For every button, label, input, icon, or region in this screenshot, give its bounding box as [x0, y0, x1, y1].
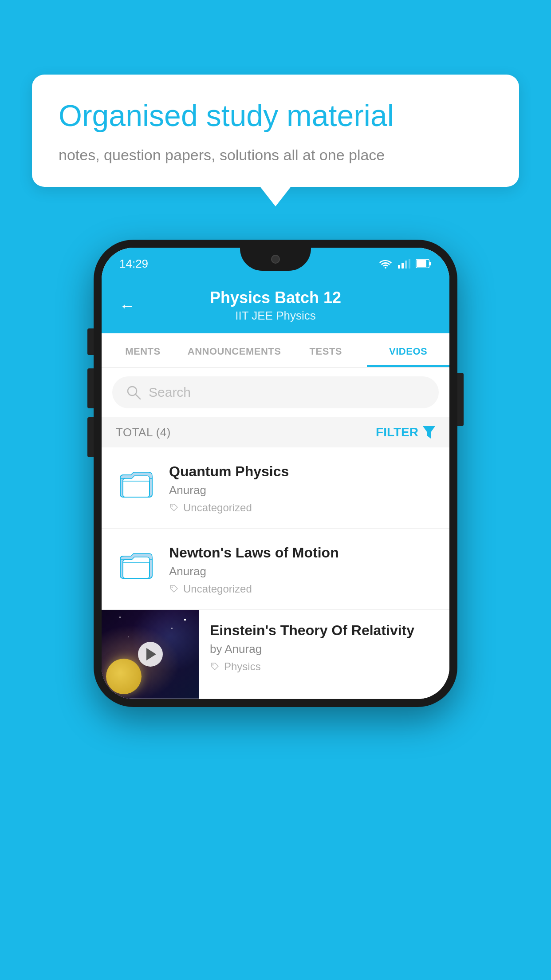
phone-mockup: 14:29 — [94, 240, 457, 707]
star1 — [184, 619, 186, 620]
list-item[interactable]: Quantum Physics Anurag Uncategorized — [102, 447, 449, 529]
svg-point-15 — [172, 587, 173, 588]
back-button[interactable]: ← — [119, 296, 135, 315]
filter-row: TOTAL (4) FILTER — [102, 417, 449, 447]
svg-rect-0 — [398, 265, 400, 269]
svg-point-7 — [128, 387, 137, 395]
video-tag-3: Physics — [210, 660, 439, 673]
svg-rect-2 — [405, 261, 407, 269]
svg-line-8 — [136, 395, 140, 399]
svg-marker-9 — [423, 426, 435, 439]
video-info-3: Einstein's Theory Of Relativity by Anura… — [199, 610, 449, 685]
status-bar: 14:29 — [102, 248, 449, 280]
star2 — [171, 628, 173, 629]
video-info-2: Newton's Laws of Motion Anurag Uncategor… — [169, 543, 437, 595]
phone-button-extra — [87, 417, 94, 457]
tag-icon — [169, 503, 179, 513]
svg-rect-5 — [429, 262, 431, 265]
phone-button-vol-up — [87, 328, 94, 355]
tab-ments[interactable]: MENTS — [102, 333, 184, 367]
speech-bubble: Organised study material notes, question… — [32, 75, 519, 187]
search-icon — [126, 384, 142, 400]
header-subtitle: IIT JEE Physics — [146, 309, 405, 323]
header-title-area: Physics Batch 12 IIT JEE Physics — [146, 288, 405, 323]
signal-icon — [398, 259, 410, 269]
camera — [271, 255, 280, 264]
video-thumbnail — [102, 610, 199, 699]
phone-outer: 14:29 — [94, 240, 457, 707]
play-triangle — [146, 648, 156, 660]
tab-announcements[interactable]: ANNOUNCEMENTS — [184, 333, 285, 367]
tabs-bar: MENTS ANNOUNCEMENTS TESTS VIDEOS — [102, 333, 449, 368]
app-header: ← Physics Batch 12 IIT JEE Physics — [102, 280, 449, 333]
video-author-1: Anurag — [169, 483, 437, 497]
search-input[interactable]: Search — [149, 385, 191, 400]
notch — [240, 248, 311, 271]
tag-icon-2 — [169, 584, 179, 594]
phone-screen: 14:29 — [102, 248, 449, 699]
video-author-2: Anurag — [169, 565, 437, 578]
tab-videos[interactable]: VIDEOS — [367, 333, 449, 367]
star3 — [119, 616, 121, 618]
folder-svg — [118, 466, 154, 502]
video-author-3: by Anurag — [210, 642, 439, 656]
header-title: Physics Batch 12 — [146, 288, 405, 307]
video-title-2: Newton's Laws of Motion — [169, 545, 437, 561]
folder-svg-2 — [118, 547, 154, 583]
search-bar: Search — [102, 368, 449, 417]
list-item[interactable]: Newton's Laws of Motion Anurag Uncategor… — [102, 529, 449, 610]
svg-rect-6 — [417, 260, 426, 267]
svg-point-16 — [213, 664, 214, 666]
phone-button-vol-down — [87, 368, 94, 408]
search-input-wrapper[interactable]: Search — [112, 376, 439, 408]
filter-button[interactable]: FILTER — [376, 425, 435, 439]
list-item[interactable]: Einstein's Theory Of Relativity by Anura… — [102, 610, 449, 699]
total-count: TOTAL (4) — [116, 426, 171, 439]
video-tag-2: Uncategorized — [169, 583, 437, 595]
battery-icon — [416, 259, 432, 268]
planet — [106, 659, 142, 694]
video-title-1: Quantum Physics — [169, 463, 437, 480]
video-list: Quantum Physics Anurag Uncategorized — [102, 447, 449, 699]
star4 — [128, 636, 129, 637]
tab-tests[interactable]: TESTS — [284, 333, 367, 367]
video-title-3: Einstein's Theory Of Relativity — [210, 622, 439, 639]
phone-button-power — [457, 373, 464, 426]
folder-icon-2 — [114, 543, 158, 587]
status-icons — [378, 259, 432, 269]
video-tag-1: Uncategorized — [169, 502, 437, 514]
svg-rect-1 — [401, 263, 404, 269]
status-time: 14:29 — [119, 257, 148, 271]
play-button[interactable] — [138, 642, 163, 667]
filter-icon — [423, 426, 435, 439]
svg-rect-3 — [409, 259, 410, 269]
video-info-1: Quantum Physics Anurag Uncategorized — [169, 462, 437, 514]
svg-point-12 — [172, 506, 173, 507]
speech-bubble-subtitle: notes, question papers, solutions all at… — [59, 145, 492, 166]
tag-icon-3 — [210, 662, 220, 672]
folder-icon-1 — [114, 462, 158, 506]
wifi-icon — [378, 259, 393, 269]
speech-bubble-title: Organised study material — [59, 98, 492, 134]
